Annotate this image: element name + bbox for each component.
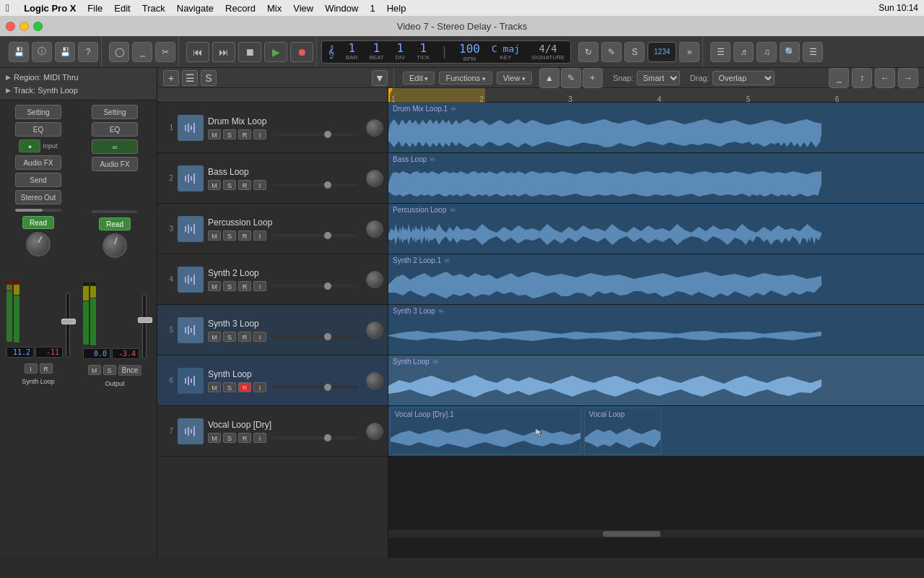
edit-tool-2[interactable]: ⎯ [132,42,152,62]
vol-slider-4[interactable] [271,285,359,288]
pencil-tool[interactable]: ✎ [561,68,581,88]
list-view-button[interactable]: ☰ [710,42,731,62]
track-sort-button[interactable]: ▼ [372,70,388,86]
functions-dropdown-button[interactable]: Functions [439,72,492,85]
mute-btn-2[interactable]: M [208,180,221,190]
score-button[interactable]: ♫ [757,42,777,62]
track-vol-knob-2[interactable] [366,170,383,187]
rec-btn-4[interactable]: R [238,281,251,291]
fader-thumb-right[interactable] [138,317,152,323]
piano-roll-button[interactable]: ♬ [733,42,754,62]
lcd-bpm-value[interactable]: 100 [459,42,480,56]
mute-btn-7[interactable]: M [208,433,221,443]
s-btn-right[interactable]: S [103,365,116,375]
menu-help[interactable]: Help [387,3,406,14]
input-btn-1[interactable]: I [253,129,266,139]
record-button[interactable]: ⏺ [290,42,313,62]
track-vol-knob-1[interactable] [366,119,383,137]
region-triangle-icon[interactable]: ▶ [6,74,11,81]
vol-slider-5[interactable] [271,335,359,338]
expand-v-button[interactable]: ↕ [852,68,872,88]
track-vol-knob-3[interactable] [366,220,383,238]
menu-record[interactable]: Record [225,3,256,14]
lcd-div-value[interactable]: 1 [397,43,404,54]
input-btn-5[interactable]: I [253,332,266,342]
solo-btn-4[interactable]: S [223,281,236,291]
fader-thumb-left[interactable] [61,319,76,324]
mute-btn-4[interactable]: M [208,281,221,291]
waveform-track-6[interactable]: Synth Loop ♾ [388,355,924,406]
browser-button[interactable]: 🔍 [780,42,800,62]
solo-btn-6[interactable]: S [223,382,236,392]
vocal-clip-2[interactable]: Vocal Loop [584,407,662,454]
main-fader-right[interactable] [142,294,147,359]
waveform-area[interactable]: 1 2 3 4 5 [388,88,924,558]
close-button[interactable] [6,22,15,31]
input-btn-4[interactable]: I [253,281,266,291]
scrollbar-thumb[interactable] [603,531,661,537]
solo-btn-7[interactable]: S [223,433,236,443]
lcd-beat-value[interactable]: 1 [373,43,380,54]
lcd-signature-value[interactable]: 4/4 [539,43,557,54]
lcd-bar-value[interactable]: 1 [348,43,355,54]
rec-btn-6[interactable]: R [238,382,251,392]
read-button-right[interactable]: Read [99,217,131,230]
vol-thumb-7[interactable] [324,434,331,441]
pencil-button[interactable]: ✎ [601,42,622,62]
plus-tool[interactable]: + [583,68,603,88]
solo-btn-2[interactable]: S [223,180,236,190]
rec-btn-5[interactable]: R [238,332,251,342]
mute-btn-6[interactable]: M [208,382,221,392]
m-btn-right[interactable]: M [88,365,101,375]
waveform-track-5[interactable]: Synth 3 Loop ♾ [388,305,924,355]
rewind-button[interactable]: ⏮ [186,42,209,62]
maximize-button[interactable] [33,22,43,31]
horizontal-scrollbar[interactable] [388,529,924,538]
menu-edit[interactable]: Edit [114,3,130,14]
vol-slider-3[interactable] [271,234,359,237]
menu-mix[interactable]: Mix [267,3,282,14]
audio-fx-button-left[interactable]: Audio FX [15,155,61,170]
sort-icon[interactable]: ▼ [372,70,388,86]
input-toggle-left[interactable]: ● [19,139,40,152]
cycle-button[interactable]: ↻ [578,42,598,62]
track-vol-knob-4[interactable] [366,271,383,288]
edit-dropdown-button[interactable]: Edit [403,72,435,85]
mute-btn-1[interactable]: M [208,129,221,139]
help-button[interactable]: ? [78,42,98,62]
stereo-out-button[interactable]: Stereo Out [15,190,61,204]
volume-knob-control-left[interactable] [26,232,51,256]
audio-tool[interactable]: ⎯ [829,68,849,88]
menu-window[interactable]: Window [325,3,358,14]
drag-select[interactable]: Overlap No Overlap Shuffle [712,71,775,85]
link-button-right[interactable]: ∞ [92,139,138,154]
info-button[interactable]: ⓘ [32,42,52,62]
mute-btn-5[interactable]: M [208,332,221,342]
vol-slider-1[interactable] [271,133,359,136]
expand-button[interactable]: » [679,42,699,62]
track-options-button[interactable]: ☰ [182,70,198,86]
rec-btn-7[interactable]: R [238,433,251,443]
vol-thumb-5[interactable] [324,333,331,340]
track-triangle-icon[interactable]: ▶ [6,87,11,94]
inspector-r-btn-left[interactable]: R [40,363,53,374]
solo-btn-3[interactable]: S [223,230,236,241]
menu-file[interactable]: File [87,3,103,14]
vol-thumb-6[interactable] [324,384,331,391]
empty-track-area[interactable] [388,457,924,529]
solo-button[interactable]: S [624,42,645,62]
fader-track-left[interactable] [66,293,70,358]
timeline-ruler[interactable]: 1 2 3 4 5 [388,88,924,103]
track-vol-knob-5[interactable] [366,322,383,339]
vol-thumb-2[interactable] [324,181,331,189]
solo-btn-5[interactable]: S [223,332,236,342]
read-button-left[interactable]: Read [22,216,54,229]
add-track-button[interactable]: + [163,70,179,86]
setting-button-left[interactable]: Setting [15,105,61,119]
eq-button-left[interactable]: EQ [15,122,61,137]
track-vol-knob-7[interactable] [366,423,383,440]
audio-fx-button-right[interactable]: Audio FX [92,157,138,171]
volume-knob-control-right[interactable] [100,231,128,259]
vocal-clip-1[interactable]: Vocal Loop [Dry].1 [390,407,581,454]
input-btn-6[interactable]: I [253,382,266,392]
